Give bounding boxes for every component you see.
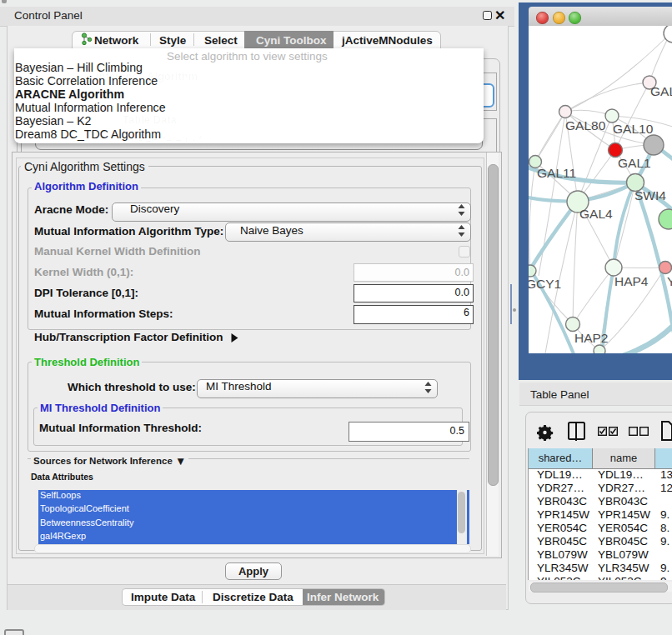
svg-text:GCY1: GCY1 — [529, 277, 561, 291]
svg-text:GAL4: GAL4 — [579, 207, 613, 221]
svg-text:Y: Y — [667, 274, 672, 288]
svg-text:GAL80: GAL80 — [565, 118, 606, 132]
svg-text:HAP4: HAP4 — [614, 274, 649, 288]
svg-text:GAL1: GAL1 — [618, 156, 651, 170]
svg-text:HAP2: HAP2 — [574, 331, 609, 345]
svg-text:GAL11: GAL11 — [537, 166, 576, 180]
svg-text:SWI4: SWI4 — [634, 188, 666, 202]
svg-text:GAL7: GAL7 — [650, 84, 672, 98]
svg-text:GAL10: GAL10 — [613, 122, 654, 136]
